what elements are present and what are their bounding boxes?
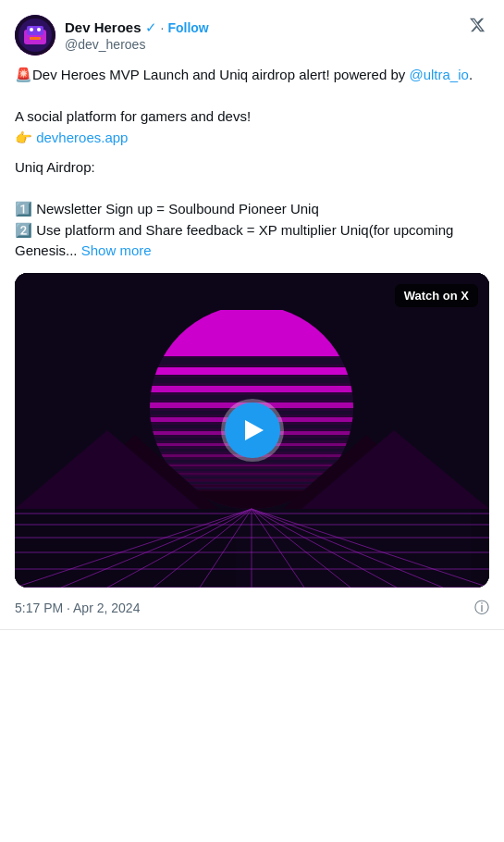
show-more-link[interactable]: Show more [81, 242, 152, 258]
account-info-group: Dev Heroes ✓ · Follow @dev_heroes [15, 15, 209, 56]
period: . [469, 67, 473, 82]
username: @dev_heroes [65, 37, 145, 52]
x-logo-icon [469, 17, 486, 33]
close-button[interactable] [465, 15, 489, 40]
link-devheroes[interactable]: devheroes.app [36, 130, 128, 145]
avatar[interactable] [15, 15, 55, 56]
video-thumbnail[interactable]: Watch on X [15, 273, 489, 588]
play-button[interactable] [225, 402, 280, 458]
emoji-point: 👉 [15, 130, 32, 145]
emoji-2: 2️⃣ [15, 222, 32, 238]
svg-rect-3 [27, 26, 43, 35]
svg-rect-37 [150, 367, 353, 375]
verified-icon: ✓ [145, 19, 157, 36]
display-name: Dev Heroes [65, 19, 141, 35]
account-details: Dev Heroes ✓ · Follow @dev_heroes [65, 19, 209, 52]
play-icon [245, 420, 264, 440]
svg-rect-51 [150, 464, 353, 466]
svg-rect-52 [150, 469, 353, 471]
emoji-1: 1️⃣ [15, 201, 32, 217]
svg-point-5 [37, 28, 41, 31]
username-row: @dev_heroes [65, 37, 209, 52]
tweet-body: 🚨Dev Heroes MVP Launch and Uniq airdrop … [15, 65, 489, 262]
timestamp: 5:17 PM · Apr 2, 2024 [15, 601, 140, 615]
svg-rect-40 [150, 395, 353, 400]
tweet-line2: A social platform for gamers and devs! [15, 108, 251, 124]
svg-rect-6 [30, 37, 41, 40]
airdrop-section: Uniq Airdrop: 1️⃣ Newsletter Sign up = S… [15, 157, 489, 262]
airdrop-title: Uniq Airdrop: [15, 159, 95, 175]
separator-dot: · [161, 20, 165, 35]
info-icon[interactable]: ⓘ [474, 599, 489, 618]
footer-row: 5:17 PM · Apr 2, 2024 ⓘ [15, 599, 489, 618]
svg-rect-36 [150, 358, 353, 365]
tweet-card: Dev Heroes ✓ · Follow @dev_heroes 🚨Dev H… [0, 0, 504, 630]
svg-rect-39 [150, 386, 353, 392]
emoji-alert: 🚨 [15, 67, 32, 82]
follow-button[interactable]: Follow [167, 20, 208, 35]
tweet-line1-text: Dev Heroes MVP Launch and Uniq airdrop a… [32, 67, 409, 82]
display-name-row: Dev Heroes ✓ · Follow [65, 19, 209, 36]
svg-point-4 [30, 28, 33, 31]
item1-text: Newsletter Sign up = Soulbound Pioneer U… [32, 201, 319, 217]
svg-rect-38 [150, 378, 353, 383]
media-container: Watch on X [15, 273, 489, 588]
tweet-header: Dev Heroes ✓ · Follow @dev_heroes [15, 15, 489, 56]
watch-on-x-badge: Watch on X [395, 284, 478, 307]
svg-rect-50 [150, 460, 353, 463]
mention-ultra-io[interactable]: @ultra_io [409, 67, 468, 82]
